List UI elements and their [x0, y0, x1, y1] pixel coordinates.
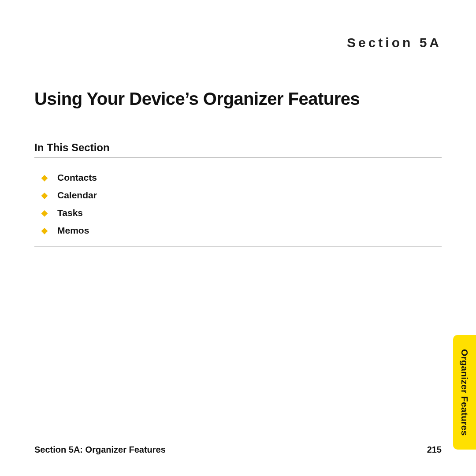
toc-item-tasks[interactable]: ◆ Tasks: [34, 204, 442, 222]
divider-top: [34, 157, 442, 158]
manual-page: Section 5A Using Your Device’s Organizer…: [0, 0, 476, 476]
toc-item-label: Memos: [57, 225, 89, 236]
diamond-bullet-icon: ◆: [41, 209, 48, 217]
page-title: Using Your Device’s Organizer Features: [34, 89, 442, 109]
toc-item-label: Calendar: [57, 190, 97, 201]
diamond-bullet-icon: ◆: [41, 174, 48, 182]
toc-item-label: Tasks: [57, 208, 83, 218]
page-number: 215: [427, 445, 442, 455]
divider-bottom: [34, 246, 442, 247]
toc-item-contacts[interactable]: ◆ Contacts: [34, 169, 442, 186]
footer-section-title: Section 5A: Organizer Features: [34, 445, 166, 455]
toc-item-calendar[interactable]: ◆ Calendar: [34, 186, 442, 204]
section-label: Section 5A: [34, 35, 442, 50]
in-this-section-heading: In This Section: [34, 141, 442, 154]
page-footer: Section 5A: Organizer Features 215: [34, 445, 442, 455]
toc-list: ◆ Contacts ◆ Calendar ◆ Tasks ◆ Memos: [34, 169, 442, 239]
thumb-tab[interactable]: Organizer Features: [453, 335, 476, 450]
diamond-bullet-icon: ◆: [41, 227, 48, 234]
toc-item-memos[interactable]: ◆ Memos: [34, 222, 442, 239]
toc-item-label: Contacts: [57, 172, 97, 183]
thumb-tab-label: Organizer Features: [459, 349, 470, 436]
diamond-bullet-icon: ◆: [41, 191, 48, 199]
